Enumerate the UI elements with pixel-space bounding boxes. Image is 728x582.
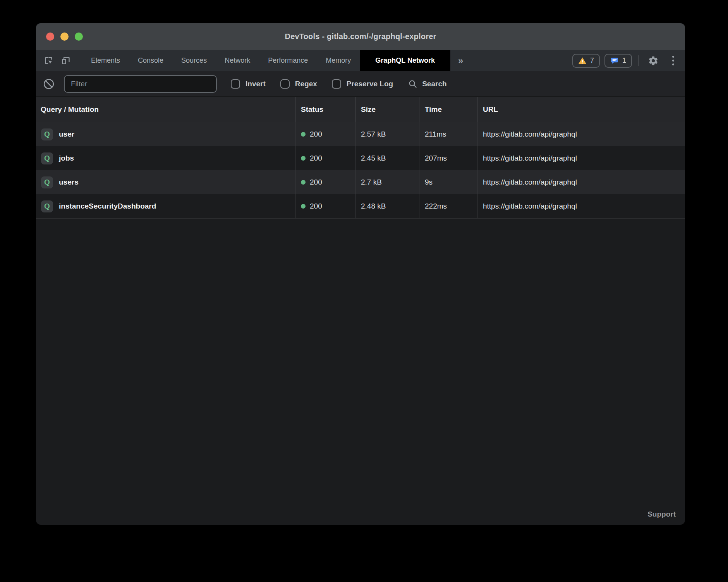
time-value: 207ms	[425, 154, 447, 163]
empty-table-area	[36, 219, 685, 510]
size-cell: 2.7 kB	[355, 170, 419, 194]
regex-checkbox[interactable]	[280, 79, 290, 89]
query-cell: Q jobs	[36, 146, 295, 170]
clear-log-icon[interactable]	[43, 78, 55, 90]
query-cell: Q instanceSecurityDashboard	[36, 194, 295, 218]
status-ok-dot-icon	[301, 156, 306, 161]
maximize-window-button[interactable]	[75, 33, 83, 41]
preserve-log-label: Preserve Log	[347, 80, 393, 88]
size-cell: 2.48 kB	[355, 194, 419, 218]
query-cell: Q user	[36, 122, 295, 146]
preserve-log-checkbox[interactable]	[332, 79, 341, 89]
search-icon	[408, 79, 418, 89]
column-header-status[interactable]: Status	[295, 97, 355, 122]
size-value: 2.57 kB	[361, 130, 386, 139]
table-row[interactable]: Q users 200 2.7 kB 9s https://gitlab.com…	[36, 170, 685, 194]
status-code: 200	[310, 154, 322, 163]
tab-console[interactable]: Console	[129, 50, 172, 71]
devtools-window: DevTools - gitlab.com/-/graphql-explorer…	[36, 23, 685, 525]
column-header-time[interactable]: Time	[419, 97, 477, 122]
url-value: https://gitlab.com/api/graphql	[483, 178, 577, 187]
filter-input[interactable]	[64, 75, 217, 93]
minimize-window-button[interactable]	[60, 33, 69, 41]
traffic-lights	[46, 23, 83, 50]
time-cell: 9s	[419, 170, 477, 194]
warnings-count: 7	[590, 56, 594, 65]
tabs-container: ElementsConsoleSourcesNetworkPerformance…	[82, 50, 450, 71]
url-value: https://gitlab.com/api/graphql	[483, 130, 577, 139]
url-value: https://gitlab.com/api/graphql	[483, 202, 577, 211]
status-ok-dot-icon	[301, 180, 306, 185]
tab-memory[interactable]: Memory	[317, 50, 360, 71]
device-toolbar-icon	[60, 55, 71, 66]
table-row[interactable]: Q jobs 200 2.45 kB 207ms https://gitlab.…	[36, 146, 685, 170]
warnings-badge[interactable]: 7	[572, 54, 600, 68]
warning-icon	[578, 56, 587, 65]
message-icon	[610, 56, 619, 65]
close-window-button[interactable]	[46, 33, 54, 41]
tab-sources[interactable]: Sources	[172, 50, 216, 71]
invert-label: Invert	[246, 80, 266, 88]
query-type-badge: Q	[41, 176, 53, 188]
status-cell: 200	[295, 122, 355, 146]
invert-checkbox[interactable]	[231, 79, 240, 89]
table-row[interactable]: Q user 200 2.57 kB 211ms https://gitlab.…	[36, 122, 685, 146]
support-link[interactable]: Support	[647, 510, 676, 519]
toggle-device-toolbar-button[interactable]	[57, 50, 74, 71]
preserve-log-checkbox-item[interactable]: Preserve Log	[332, 79, 393, 89]
customize-devtools-button[interactable]	[666, 56, 680, 65]
requests-table-body: Q user 200 2.57 kB 211ms https://gitlab.…	[36, 122, 685, 219]
column-header-url[interactable]: URL	[477, 97, 685, 122]
column-header-size[interactable]: Size	[355, 97, 419, 122]
time-cell: 207ms	[419, 146, 477, 170]
devtools-tabbar: ElementsConsoleSourcesNetworkPerformance…	[36, 50, 685, 71]
gear-icon	[648, 55, 659, 66]
query-name: user	[59, 130, 74, 139]
url-cell: https://gitlab.com/api/graphql	[477, 146, 685, 170]
url-cell: https://gitlab.com/api/graphql	[477, 122, 685, 146]
url-cell: https://gitlab.com/api/graphql	[477, 170, 685, 194]
more-tabs-button[interactable]: »	[450, 50, 471, 71]
size-value: 2.45 kB	[361, 154, 386, 163]
status-cell: 200	[295, 146, 355, 170]
query-cell: Q users	[36, 170, 295, 194]
tab-graphql-network[interactable]: GraphQL Network	[360, 50, 450, 71]
inspect-element-button[interactable]	[40, 50, 57, 71]
filter-toolbar: Invert Regex Preserve Log Search	[36, 71, 685, 97]
status-code: 200	[310, 202, 322, 211]
settings-button[interactable]	[645, 55, 662, 66]
column-header-query-mutation[interactable]: Query / Mutation	[36, 97, 295, 122]
tabbar-right-controls: 7 1	[572, 50, 685, 71]
time-cell: 211ms	[419, 122, 477, 146]
toolbar-separator	[78, 55, 78, 66]
regex-checkbox-item[interactable]: Regex	[280, 79, 317, 89]
issues-count: 1	[622, 56, 626, 65]
tab-network[interactable]: Network	[216, 50, 259, 71]
size-value: 2.7 kB	[361, 178, 382, 187]
regex-label: Regex	[295, 80, 317, 88]
url-cell: https://gitlab.com/api/graphql	[477, 194, 685, 218]
query-name: jobs	[59, 154, 74, 163]
query-name: users	[59, 178, 79, 187]
time-cell: 222ms	[419, 194, 477, 218]
table-row[interactable]: Q instanceSecurityDashboard 200 2.48 kB …	[36, 194, 685, 218]
tab-elements[interactable]: Elements	[82, 50, 129, 71]
inspect-cursor-icon	[43, 55, 54, 66]
time-value: 222ms	[425, 202, 447, 211]
status-cell: 200	[295, 194, 355, 218]
tabbar-spacer	[471, 50, 572, 71]
tab-performance[interactable]: Performance	[259, 50, 317, 71]
query-type-badge: Q	[41, 128, 53, 140]
query-type-badge: Q	[41, 200, 53, 212]
issues-badge[interactable]: 1	[604, 54, 632, 68]
query-type-badge: Q	[41, 152, 53, 164]
status-code: 200	[310, 130, 322, 139]
window-title: DevTools - gitlab.com/-/graphql-explorer	[285, 32, 436, 41]
search-button[interactable]: Search	[408, 79, 446, 89]
requests-table-header: Query / Mutation Status Size Time URL	[36, 97, 685, 122]
size-value: 2.48 kB	[361, 202, 386, 211]
query-name: instanceSecurityDashboard	[59, 202, 156, 211]
invert-checkbox-item[interactable]: Invert	[231, 79, 266, 89]
titlebar: DevTools - gitlab.com/-/graphql-explorer	[36, 23, 685, 50]
filter-options: Invert Regex Preserve Log Search	[231, 79, 447, 89]
